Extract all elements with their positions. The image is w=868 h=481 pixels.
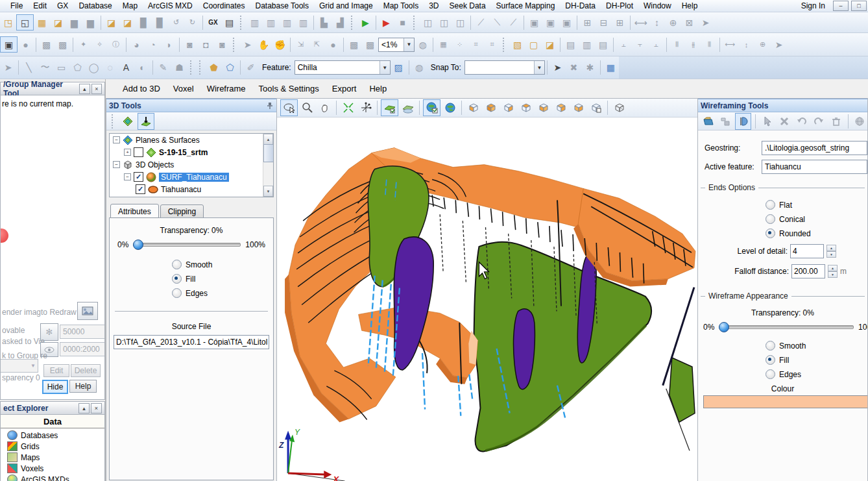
radio-icon-checked[interactable] bbox=[172, 274, 182, 284]
align-bottom-icon[interactable]: ⫠ bbox=[648, 37, 664, 52]
digitize-pen-icon[interactable]: ✎ bbox=[155, 60, 171, 75]
size-tool-1-icon[interactable]: ⟷ bbox=[633, 15, 649, 30]
gx-icon[interactable]: GX bbox=[205, 15, 221, 30]
slider-thumb[interactable] bbox=[133, 240, 143, 250]
menu-map-tools[interactable]: Map Tools bbox=[378, 1, 424, 10]
radio-icon[interactable] bbox=[766, 214, 775, 224]
fit-width-icon[interactable]: ⟷ bbox=[722, 37, 738, 52]
falloff-spinner[interactable]: ▲▼ bbox=[828, 265, 838, 278]
pin-icon[interactable] bbox=[266, 102, 274, 110]
wf-radio-smooth[interactable]: Smooth bbox=[766, 341, 867, 351]
visibility-checkbox-checked[interactable]: ✓ bbox=[136, 184, 145, 194]
feature-combobox[interactable]: Chilla ▼ bbox=[295, 60, 391, 75]
digitize-feature-icon[interactable]: ✐ bbox=[243, 60, 259, 75]
show-plane-icon[interactable] bbox=[400, 100, 416, 116]
open-geostring-icon[interactable] bbox=[701, 114, 716, 129]
radio-icon-checked[interactable] bbox=[766, 355, 775, 365]
select-group-icon[interactable]: ▩ bbox=[38, 37, 54, 52]
edit-vertex-icon[interactable]: ✧ bbox=[91, 37, 108, 52]
select-cursor-icon[interactable]: ➤ bbox=[239, 37, 256, 52]
grid-tool-2-icon[interactable]: ▣ bbox=[542, 15, 559, 30]
data-header[interactable]: Data bbox=[1, 415, 104, 428]
menu-database-tools[interactable]: Database Tools bbox=[250, 1, 314, 10]
spin-down-icon[interactable]: ▼ bbox=[826, 251, 836, 258]
explorer-item-voxels[interactable]: Voxels bbox=[1, 463, 104, 474]
menu-help[interactable]: Help bbox=[677, 1, 703, 10]
new-project-icon[interactable]: ◳ bbox=[0, 15, 16, 30]
fast-forward-icon[interactable]: ▶ bbox=[378, 15, 394, 30]
menu-seek-data[interactable]: Seek Data bbox=[444, 1, 491, 10]
explorer-item-grids[interactable]: Grids bbox=[1, 441, 104, 452]
tree-item-planes-surfaces[interactable]: − Planes & Surfaces bbox=[110, 134, 273, 146]
cube-face-north-icon[interactable] bbox=[535, 100, 551, 116]
level-spinner[interactable]: ▲▼ bbox=[826, 245, 836, 258]
add-surface-icon[interactable] bbox=[120, 114, 136, 129]
delete-point-icon[interactable] bbox=[777, 114, 792, 129]
pan-hand-icon[interactable]: ✋ bbox=[256, 37, 272, 52]
pin-tool-1-icon[interactable]: ⟋ bbox=[473, 15, 489, 30]
new-page-icon[interactable]: ▢ bbox=[525, 37, 542, 52]
tree-item-tiahuanacu[interactable]: ✓ Tiahuanacu bbox=[110, 183, 273, 195]
blob-tool-1-icon[interactable]: ◕ bbox=[128, 37, 145, 52]
collapse-icon[interactable]: ▴ bbox=[78, 403, 90, 413]
draw-polygon-icon[interactable]: ⬠ bbox=[69, 60, 86, 75]
axis-marker-icon[interactable] bbox=[357, 100, 374, 116]
tab-attributes[interactable]: Attributes bbox=[110, 204, 159, 218]
radio-icon[interactable] bbox=[172, 260, 182, 269]
draw-text-icon[interactable]: A bbox=[118, 60, 134, 75]
open-map-icon[interactable]: ◪ bbox=[542, 37, 558, 52]
draw-polyline-icon[interactable]: 〜 bbox=[37, 60, 53, 75]
radio-smooth[interactable]: Smooth bbox=[172, 260, 273, 269]
wireframe-cube-icon[interactable] bbox=[611, 100, 627, 116]
tree-item-surf-tiahuanacu[interactable]: − ✓ SURF_Tiahuanacu bbox=[110, 171, 273, 183]
script-list-icon[interactable]: ▤ bbox=[221, 15, 237, 30]
add-vertex-icon[interactable]: ✦ bbox=[75, 37, 91, 52]
menu-coordinates[interactable]: Coordinates bbox=[198, 1, 250, 10]
rotate-tool-icon[interactable] bbox=[280, 99, 298, 116]
size-tool-4-icon[interactable]: ⊠ bbox=[681, 15, 697, 30]
zoom-out-extents-icon[interactable]: ⇱ bbox=[309, 37, 325, 52]
active-feature-field[interactable]: Tiahuancu bbox=[762, 160, 867, 174]
wf-radio-edges[interactable]: Edges bbox=[766, 369, 867, 379]
half-section-icon[interactable] bbox=[735, 113, 751, 130]
geostring-field[interactable]: .\Litologia.geosoft_string bbox=[762, 141, 867, 155]
3d-canvas[interactable]: Z Y X bbox=[277, 117, 697, 481]
menu-3d-help[interactable]: Help bbox=[363, 84, 393, 93]
render-image-button[interactable] bbox=[77, 302, 98, 320]
edit-button[interactable]: Edit bbox=[43, 364, 69, 377]
dot-grid-icon[interactable]: ⁘ bbox=[452, 37, 468, 52]
snap-mode-icon[interactable]: ◍ bbox=[411, 60, 428, 75]
cube-face-east-icon[interactable] bbox=[500, 100, 516, 116]
blob-tool-3-icon[interactable]: ◗ bbox=[161, 37, 177, 52]
undo-icon[interactable]: ↺ bbox=[168, 15, 184, 30]
layout-tool-2-icon[interactable]: ▥ bbox=[579, 37, 595, 52]
pin-tool-2-icon[interactable]: ⟍ bbox=[489, 15, 505, 30]
hash-grid-icon[interactable]: ⌗ bbox=[484, 37, 500, 52]
redo-icon[interactable] bbox=[812, 114, 826, 129]
close-icon[interactable]: × bbox=[91, 84, 102, 94]
map-frame-3-icon[interactable]: ◫ bbox=[452, 15, 468, 30]
cube-face-south-icon[interactable] bbox=[553, 100, 569, 116]
radio-edges[interactable]: Edges bbox=[172, 288, 273, 298]
collapse-node-icon[interactable]: − bbox=[113, 161, 120, 168]
visibility-checkbox-checked[interactable]: ✓ bbox=[134, 172, 143, 182]
grid-tool-1-icon[interactable]: ▣ bbox=[526, 15, 542, 30]
visibility-checkbox-unchecked[interactable] bbox=[134, 147, 143, 157]
blob-tool-6-icon[interactable]: ◙ bbox=[214, 37, 230, 52]
delete-button[interactable]: Delete bbox=[71, 364, 101, 377]
menu-tools-settings[interactable]: Tools & Settings bbox=[252, 84, 326, 93]
save-icon[interactable]: ▆ bbox=[66, 15, 82, 30]
corner-grid-icon[interactable]: ⌗ bbox=[468, 37, 484, 52]
close-icon[interactable]: × bbox=[91, 403, 102, 413]
open-file-icon[interactable]: ◪ bbox=[50, 15, 66, 30]
db-tool-2-icon[interactable]: ▥ bbox=[263, 15, 279, 30]
collapse-icon[interactable]: ▴ bbox=[79, 84, 90, 94]
radio-conical[interactable]: Conical bbox=[766, 214, 867, 224]
edit-feature-icon[interactable]: ▨ bbox=[391, 60, 407, 75]
menu-window[interactable]: Window bbox=[638, 1, 677, 10]
globe-gray-icon[interactable] bbox=[852, 114, 867, 129]
level-of-detail-field[interactable]: 4 bbox=[790, 244, 824, 258]
colour-swatch[interactable] bbox=[703, 395, 868, 408]
menu-map[interactable]: Map bbox=[117, 1, 143, 10]
new-map-icon[interactable]: ▧ bbox=[509, 37, 525, 52]
